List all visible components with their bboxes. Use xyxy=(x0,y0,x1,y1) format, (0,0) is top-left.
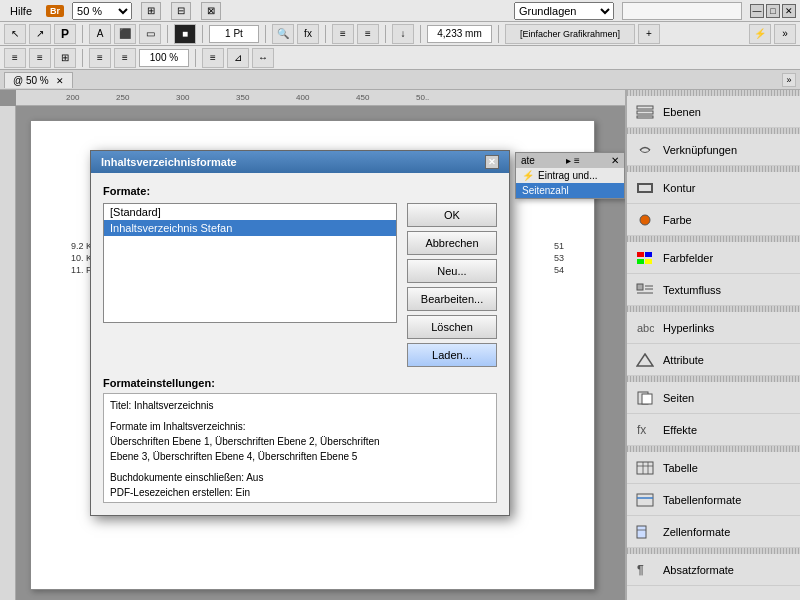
sep6 xyxy=(385,25,386,43)
minimize-btn[interactable]: — xyxy=(750,4,764,18)
right-panel: Ebenen Verknüpfungen Kontur Farbe xyxy=(625,90,800,600)
panel-item-effekte[interactable]: fx Effekte xyxy=(627,414,800,446)
panel-label-kontur: Kontur xyxy=(663,182,695,194)
fp-row-1[interactable]: ⚡ Eintrag und... xyxy=(516,168,624,183)
fp-row-2[interactable]: Seitenzahl xyxy=(516,183,624,198)
panel-item-seiten[interactable]: Seiten xyxy=(627,382,800,414)
dialog-title-bar[interactable]: Inhaltsverzeichnisformate ✕ xyxy=(91,151,509,173)
format-settings-body: Formate im Inhaltsverzeichnis:Überschrif… xyxy=(110,419,490,464)
dialog-body: Formate: [Standard] Inhaltsverzeichnis S… xyxy=(91,173,509,515)
svg-point-4 xyxy=(640,215,650,225)
panel-item-hyperlinks[interactable]: abc Hyperlinks xyxy=(627,312,800,344)
panel-label-verknuepfungen: Verknüpfungen xyxy=(663,144,737,156)
tool-frame2[interactable]: [Einfacher Grafikrahmen] xyxy=(505,24,635,44)
color-icon xyxy=(635,212,655,228)
t3-btn7[interactable]: ⊿ xyxy=(227,48,249,68)
panel-item-kontur[interactable]: Kontur xyxy=(627,172,800,204)
pages-icon xyxy=(635,390,655,406)
t3-btn4[interactable]: ≡ xyxy=(89,48,111,68)
view-btn3[interactable]: ⊠ xyxy=(201,2,221,20)
tool-zoom[interactable]: 🔍 xyxy=(272,24,294,44)
svg-marker-14 xyxy=(637,354,653,366)
panel-item-farbe[interactable]: Farbe xyxy=(627,204,800,236)
format-settings-extra: Buchdokumente einschließen: AusPDF-Lesez… xyxy=(110,470,490,503)
view-btn1[interactable]: ⊞ xyxy=(141,2,161,20)
load-button[interactable]: Laden... xyxy=(407,343,497,367)
panel-item-farbfelder[interactable]: Farbfelder xyxy=(627,242,800,274)
tool-arrow[interactable]: ↖ xyxy=(4,24,26,44)
tool-align2[interactable]: ≡ xyxy=(357,24,379,44)
mm-input[interactable] xyxy=(427,25,492,43)
list-item-standard[interactable]: [Standard] xyxy=(104,204,396,220)
panel-item-tabellenformate[interactable]: Tabellenformate xyxy=(627,484,800,516)
panel-item-zellenformate[interactable]: Zellenformate xyxy=(627,516,800,548)
dialog-close-btn[interactable]: ✕ xyxy=(485,155,499,169)
tab-close-btn[interactable]: ✕ xyxy=(56,76,64,86)
effects-icon: fx xyxy=(635,422,655,438)
close-btn[interactable]: ✕ xyxy=(782,4,796,18)
edit-button[interactable]: Bearbeiten... xyxy=(407,287,497,311)
new-button[interactable]: Neu... xyxy=(407,259,497,283)
sep5 xyxy=(325,25,326,43)
tool-p[interactable]: P xyxy=(54,24,76,44)
menu-hilfe[interactable]: Hilfe xyxy=(4,3,38,19)
main-area: 200 250 300 350 400 450 50.. 9.2 Klassis… xyxy=(0,90,800,600)
panel-item-verknuepfungen[interactable]: Verknüpfungen xyxy=(627,134,800,166)
panel-label-ebenen: Ebenen xyxy=(663,106,701,118)
t3-btn6[interactable]: ≡ xyxy=(202,48,224,68)
svg-rect-18 xyxy=(637,462,653,474)
t3-btn3[interactable]: ⊞ xyxy=(54,48,76,68)
formats-list[interactable]: [Standard] Inhaltsverzeichnis Stefan xyxy=(103,203,397,323)
panel-label-farbe: Farbe xyxy=(663,214,692,226)
tool-color[interactable]: ■ xyxy=(174,24,196,44)
layers-icon xyxy=(635,104,655,120)
panel-item-tabelle[interactable]: Tabelle xyxy=(627,452,800,484)
doc-tab[interactable]: @ 50 % ✕ xyxy=(4,72,73,88)
t3-btn5[interactable]: ≡ xyxy=(114,48,136,68)
panel-toggle[interactable]: » xyxy=(782,73,796,87)
fp-title: ate xyxy=(521,155,535,166)
tool-extra[interactable]: » xyxy=(774,24,796,44)
pt-input[interactable] xyxy=(209,25,259,43)
search-input[interactable] xyxy=(622,2,742,20)
panel-label-zellenformate: Zellenformate xyxy=(663,526,730,538)
hyperlinks-icon: abc xyxy=(635,320,655,336)
panel-item-attribute[interactable]: Attribute xyxy=(627,344,800,376)
format-settings-title: Titel: Inhaltsverzeichnis xyxy=(110,398,490,413)
svg-text:fx: fx xyxy=(637,423,646,437)
svg-text:abc: abc xyxy=(637,322,654,334)
format-settings-box: Titel: Inhaltsverzeichnis Formate im Inh… xyxy=(103,393,497,503)
tool-expand[interactable]: + xyxy=(638,24,660,44)
view-btn2[interactable]: ⊟ xyxy=(171,2,191,20)
zoom-input2[interactable] xyxy=(139,49,189,67)
t3-btn2[interactable]: ≡ xyxy=(29,48,51,68)
t3-btn8[interactable]: ↔ xyxy=(252,48,274,68)
maximize-btn[interactable]: □ xyxy=(766,4,780,18)
grundlagen-select[interactable]: Grundlagen xyxy=(514,2,614,20)
floating-panel-header[interactable]: ate ▸ ≡ ✕ xyxy=(516,153,624,168)
tool-align1[interactable]: ≡ xyxy=(332,24,354,44)
ok-button[interactable]: OK xyxy=(407,203,497,227)
tool-b[interactable]: ⬛ xyxy=(114,24,136,44)
panel-item-ebenen[interactable]: Ebenen xyxy=(627,96,800,128)
tool-frame[interactable]: ▭ xyxy=(139,24,161,44)
delete-button[interactable]: Löschen xyxy=(407,315,497,339)
sep1 xyxy=(82,25,83,43)
panel-item-absatzformate[interactable]: ¶ Absatzformate xyxy=(627,554,800,586)
sep2 xyxy=(167,25,168,43)
tool-place[interactable]: ↓ xyxy=(392,24,414,44)
cancel-button[interactable]: Abbrechen xyxy=(407,231,497,255)
format-settings-section: Formateinstellungen: Titel: Inhaltsverze… xyxy=(103,377,497,503)
tool-a[interactable]: A xyxy=(89,24,111,44)
tool-formula[interactable]: fx xyxy=(297,24,319,44)
list-item-stefan[interactable]: Inhaltsverzeichnis Stefan xyxy=(104,220,396,236)
panel-item-textumfluss[interactable]: Textumfluss xyxy=(627,274,800,306)
zoom-select[interactable]: 50 % xyxy=(72,2,132,20)
tool-select[interactable]: ↗ xyxy=(29,24,51,44)
tool-lightning[interactable]: ⚡ xyxy=(749,24,771,44)
dialog-buttons: OK Abbrechen Neu... Bearbeiten... Lösche… xyxy=(407,203,497,367)
svg-rect-7 xyxy=(637,259,644,264)
fp-close[interactable]: ✕ xyxy=(611,155,619,166)
format-settings-label: Formateinstellungen: xyxy=(103,377,497,389)
t3-btn1[interactable]: ≡ xyxy=(4,48,26,68)
